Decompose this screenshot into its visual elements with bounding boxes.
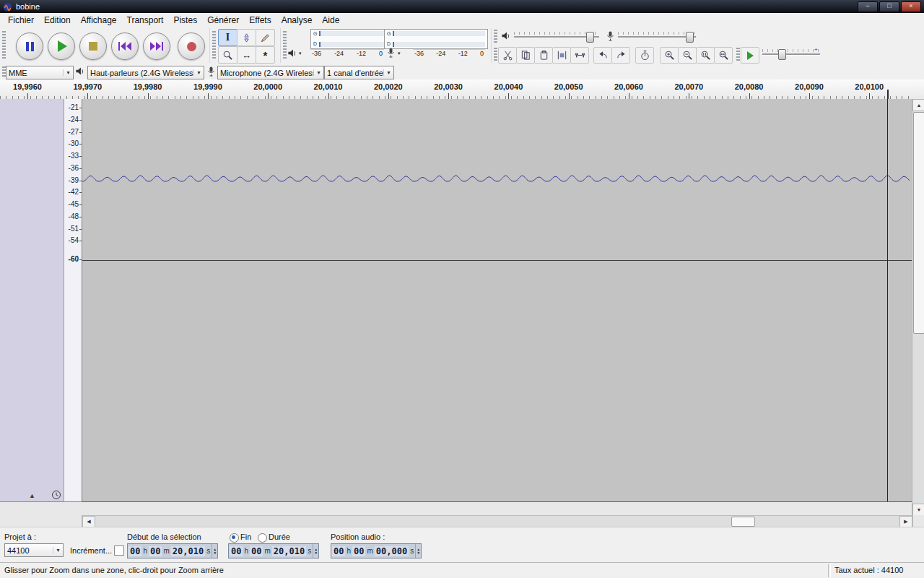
scroll-down-button[interactable]: ▼ bbox=[912, 504, 924, 516]
close-button[interactable]: × bbox=[901, 1, 921, 12]
scroll-left-button[interactable]: ◀ bbox=[82, 516, 95, 527]
horizontal-scroll-thumb[interactable] bbox=[731, 517, 755, 527]
menu-item-fichier[interactable]: Fichier bbox=[3, 14, 39, 26]
timer-button[interactable] bbox=[635, 47, 654, 64]
speaker-icon[interactable] bbox=[287, 48, 297, 58]
selection-tool-button[interactable]: I bbox=[218, 29, 237, 46]
audio-host-select[interactable]: MME ▾ bbox=[6, 66, 74, 79]
radio-fin[interactable] bbox=[230, 533, 239, 543]
seconds-value[interactable]: 20,010 bbox=[171, 546, 205, 556]
time-spinner[interactable]: ▲▼ bbox=[313, 544, 318, 558]
snap-to-checkbox[interactable] bbox=[114, 545, 124, 556]
radio-duree[interactable] bbox=[258, 533, 267, 543]
timeline-major-tick bbox=[328, 93, 329, 99]
zoom-to-project-button[interactable] bbox=[714, 47, 733, 64]
meter-dropdown-icon[interactable]: ▾ bbox=[299, 51, 302, 56]
zoom-in-button[interactable] bbox=[660, 47, 679, 64]
timeline-ruler[interactable]: 19,996019,997019,998019,999020,000020,00… bbox=[0, 79, 924, 100]
menu-item-edition[interactable]: Edition bbox=[39, 14, 76, 26]
playback-meter[interactable]: G D bbox=[310, 29, 387, 49]
meter-dropdown-icon[interactable]: ▾ bbox=[398, 51, 401, 56]
pause-button[interactable] bbox=[16, 33, 43, 60]
playback-speed-slider[interactable] bbox=[762, 47, 820, 59]
copy-button[interactable] bbox=[516, 47, 535, 64]
menu-item-aide[interactable]: Aide bbox=[317, 14, 344, 26]
time-spinner[interactable]: ▲▼ bbox=[212, 544, 217, 558]
input-volume-slider[interactable] bbox=[618, 30, 696, 41]
envelope-tool-icon bbox=[241, 33, 252, 43]
zoom-out-button[interactable] bbox=[678, 47, 697, 64]
input-channels-select[interactable]: 1 canal d'entrée (I ▾ bbox=[324, 66, 394, 79]
multi-tool-button[interactable]: * bbox=[256, 46, 275, 64]
paste-button[interactable] bbox=[534, 47, 553, 64]
trim-icon bbox=[557, 50, 567, 61]
waveform-plot bbox=[82, 99, 912, 501]
draw-tool-button[interactable] bbox=[256, 29, 275, 46]
transcription-toolbar-grabber[interactable] bbox=[736, 48, 740, 61]
input-device-select[interactable]: Microphone (2.4G Wireless He ▾ bbox=[217, 66, 324, 79]
zoom-tool-button[interactable] bbox=[218, 46, 237, 64]
play-at-speed-button[interactable] bbox=[741, 47, 759, 64]
record-button[interactable] bbox=[178, 33, 205, 60]
time-shift-tool-button[interactable]: ↔ bbox=[237, 46, 256, 64]
playhead-marker[interactable] bbox=[887, 90, 889, 99]
menu-item-affichage[interactable]: Affichage bbox=[76, 14, 122, 26]
menu-item-pistes[interactable]: Pistes bbox=[168, 14, 202, 26]
scroll-up-button[interactable]: ▲ bbox=[912, 99, 924, 111]
project-rate-select[interactable]: 44100 ▾ bbox=[4, 543, 64, 557]
output-device-select[interactable]: Haut-parleurs (2.4G Wireless H ▾ bbox=[87, 66, 204, 79]
minutes-value[interactable]: 00 bbox=[250, 546, 263, 556]
output-volume-thumb[interactable] bbox=[586, 32, 594, 43]
envelope-tool-button[interactable] bbox=[237, 29, 256, 46]
input-volume-thumb[interactable] bbox=[686, 32, 694, 43]
selection-end-field[interactable]: 00 h 00 m 20,010 s ▲▼ bbox=[228, 543, 319, 558]
maximize-button[interactable]: □ bbox=[879, 1, 899, 12]
recording-meter[interactable]: G D bbox=[384, 29, 488, 49]
panel-up-arrow-icon[interactable]: ▲ bbox=[29, 492, 35, 499]
transport-toolbar-grabber[interactable] bbox=[2, 31, 6, 60]
scroll-right-button[interactable]: ▶ bbox=[899, 516, 912, 527]
hours-value[interactable]: 00 bbox=[128, 546, 141, 556]
vertical-db-ruler[interactable]: -21-24-27-30-33-36-39-42-45-48-51-54-60 bbox=[64, 99, 82, 502]
microphone-icon[interactable] bbox=[385, 47, 396, 59]
menu-item-analyse[interactable]: Analyse bbox=[276, 14, 318, 26]
undo-button[interactable] bbox=[593, 47, 612, 64]
hours-value[interactable]: 00 bbox=[332, 546, 345, 556]
time-spinner[interactable]: ▲▼ bbox=[415, 544, 421, 558]
db-scale-label: -51 bbox=[69, 225, 79, 233]
trim-button[interactable] bbox=[552, 47, 571, 64]
minimize-button[interactable]: − bbox=[858, 1, 878, 12]
vertical-scroll-thumb[interactable] bbox=[913, 112, 924, 334]
mixer-toolbar-grabber[interactable] bbox=[494, 30, 497, 43]
selection-start-field[interactable]: 00 h 00 m 20,010 s ▲▼ bbox=[127, 543, 218, 558]
skip-to-end-button[interactable] bbox=[143, 33, 170, 60]
minutes-value[interactable]: 00 bbox=[352, 546, 365, 556]
timeline-major-tick bbox=[689, 93, 689, 99]
minutes-value[interactable]: 00 bbox=[149, 546, 162, 556]
seconds-value[interactable]: 00,000 bbox=[375, 546, 409, 556]
recording-meter-scale: -36-24-120 bbox=[413, 49, 485, 58]
menu-item-générer[interactable]: Générer bbox=[202, 14, 244, 26]
cut-button[interactable] bbox=[498, 47, 517, 64]
playback-speed-thumb[interactable] bbox=[778, 49, 786, 60]
seconds-value[interactable]: 20,010 bbox=[272, 546, 306, 556]
silence-button[interactable] bbox=[570, 47, 589, 64]
track-area: ▲ -21-24-27-30-33-36-39-42-45-48-51-54-6… bbox=[0, 99, 924, 515]
waveform-canvas[interactable] bbox=[82, 99, 912, 502]
menu-item-effets[interactable]: Effets bbox=[244, 14, 276, 26]
clock-icon[interactable] bbox=[51, 490, 61, 500]
audio-position-field[interactable]: 00 h 00 m 00,000 s ▲▼ bbox=[331, 543, 422, 558]
hours-value[interactable]: 00 bbox=[230, 546, 243, 556]
menu-item-transport[interactable]: Transport bbox=[122, 14, 169, 26]
redo-button[interactable] bbox=[611, 47, 630, 64]
track-control-panel[interactable]: ▲ bbox=[0, 99, 64, 502]
output-volume-slider[interactable] bbox=[514, 30, 599, 41]
vertical-scrollbar[interactable]: ▲ ▼ bbox=[912, 99, 924, 515]
skip-to-start-button[interactable] bbox=[111, 33, 139, 60]
play-button[interactable] bbox=[48, 33, 75, 60]
stop-button[interactable] bbox=[79, 33, 107, 60]
edit-toolbar-grabber[interactable] bbox=[494, 48, 497, 61]
tools-toolbar-grabber[interactable] bbox=[212, 31, 216, 60]
zoom-to-selection-button[interactable] bbox=[696, 47, 715, 64]
meter-toolbar-grabber[interactable] bbox=[283, 31, 287, 60]
